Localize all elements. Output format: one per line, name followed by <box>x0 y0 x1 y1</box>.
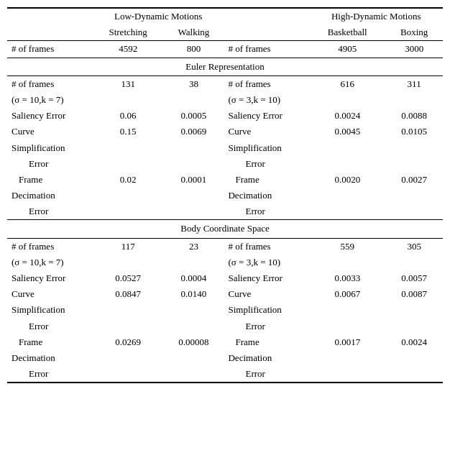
euler-simp-b <box>309 140 385 156</box>
basketball-header: Basketball <box>309 24 385 41</box>
high-dynamic-header: High-Dynamic Motions <box>309 8 443 24</box>
body-frame-w: 0.00008 <box>163 334 224 350</box>
main-table-container: Low-Dynamic Motions High-Dynamic Motions… <box>7 7 443 383</box>
frames-label-2: # of frames <box>224 41 309 58</box>
body-saliency-label: Saliency Error <box>7 270 93 286</box>
body-saliency-row: Saliency Error 0.0527 0.0004 Saliency Er… <box>7 270 443 286</box>
body-high-params: (σ = 3,k = 10) <box>224 255 309 270</box>
euler-saliency-label: Saliency Error <box>7 108 93 124</box>
euler-frames-row: # of frames 131 38 # of frames 616 311 <box>7 75 443 92</box>
body-error-row: Error Error <box>7 319 443 334</box>
body-frame-row: Frame 0.0269 0.00008 Frame 0.0017 0.0024 <box>7 334 443 350</box>
high-boxing-frames: 3000 <box>385 41 443 58</box>
euler-error-row: Error Error <box>7 156 443 172</box>
body-decimation-label: Decimation <box>7 350 93 366</box>
euler-saliency-row: Saliency Error 0.06 0.0005 Saliency Erro… <box>7 108 443 124</box>
body-frames-label: # of frames <box>7 238 93 255</box>
body-derr-bx <box>385 366 443 383</box>
euler-saliency-b: 0.0024 <box>309 108 385 124</box>
body-curve-label: Curve <box>7 286 93 302</box>
body-dec-bx <box>385 350 443 366</box>
euler-simplification-label2: Simplification <box>224 140 309 156</box>
body-saliency-s: 0.0527 <box>93 270 164 286</box>
body-simp-b <box>309 302 385 318</box>
body-frame-bx: 0.0024 <box>385 334 443 350</box>
euler-frame-bx: 0.0027 <box>385 172 443 188</box>
euler-simp-s <box>93 140 164 156</box>
euler-dec-bx <box>385 188 443 203</box>
body-curve-bx: 0.0087 <box>385 286 443 302</box>
euler-curve-w: 0.0069 <box>163 124 224 139</box>
body-dec-b <box>309 350 385 366</box>
euler-derr-label2: Error <box>224 203 309 220</box>
body-params-b <box>309 255 385 270</box>
euler-decimation-row: Decimation Decimation <box>7 188 443 203</box>
euler-low-params-w <box>163 92 224 108</box>
low-dynamic-header: Low-Dynamic Motions <box>93 8 224 24</box>
body-simplification-label2: Simplification <box>224 302 309 318</box>
euler-frame-w: 0.0001 <box>163 172 224 188</box>
frames-row: # of frames 4592 800 # of frames 4905 30… <box>7 41 443 58</box>
euler-curve-bx: 0.0105 <box>385 124 443 139</box>
euler-dec-s <box>93 188 164 203</box>
sub-header-row: Stretching Walking Basketball Boxing <box>7 24 443 41</box>
high-basketball-frames: 4905 <box>309 41 385 58</box>
body-err-s <box>93 319 164 334</box>
euler-derr-w <box>163 203 224 220</box>
euler-saliency-bx: 0.0088 <box>385 108 443 124</box>
body-low-w-frames: 23 <box>163 238 224 255</box>
euler-dec-b <box>309 188 385 203</box>
euler-curve-b: 0.0045 <box>309 124 385 139</box>
body-final-error-row: Error Error <box>7 366 443 383</box>
body-frames-row: # of frames 117 23 # of frames 559 305 <box>7 238 443 255</box>
body-decimation-row: Decimation Decimation <box>7 350 443 366</box>
body-curve-row: Curve 0.0847 0.0140 Curve 0.0067 0.0087 <box>7 286 443 302</box>
euler-error-label: Error <box>7 156 93 172</box>
euler-simp-w <box>163 140 224 156</box>
euler-low-params-s <box>93 92 164 108</box>
body-simp-bx <box>385 302 443 318</box>
body-params-row: (σ = 10,k = 7) (σ = 3,k = 10) <box>7 255 443 270</box>
euler-frame-label2: Frame <box>224 172 309 188</box>
euler-curve-s: 0.15 <box>93 124 164 139</box>
euler-simp-bx <box>385 140 443 156</box>
body-curve-s: 0.0847 <box>93 286 164 302</box>
body-frame-label: Frame <box>7 334 93 350</box>
euler-high-b-frames: 616 <box>309 75 385 92</box>
body-decimation-label2: Decimation <box>224 350 309 366</box>
euler-low-params: (σ = 10,k = 7) <box>7 92 93 108</box>
euler-low-w-frames: 38 <box>163 75 224 92</box>
low-stretching-frames: 4592 <box>93 41 164 58</box>
euler-params-row: (σ = 10,k = 7) (σ = 3,k = 10) <box>7 92 443 108</box>
euler-derr-label: Error <box>7 203 93 220</box>
euler-simplification-label: Simplification <box>7 140 93 156</box>
body-derr-b <box>309 366 385 383</box>
body-curve-b: 0.0067 <box>309 286 385 302</box>
euler-high-params-bx <box>385 92 443 108</box>
body-saliency-w: 0.0004 <box>163 270 224 286</box>
frames-label-1: # of frames <box>7 41 93 58</box>
euler-dec-w <box>163 188 224 203</box>
euler-derr-b <box>309 203 385 220</box>
body-high-b-frames: 559 <box>309 238 385 255</box>
euler-frames-label: # of frames <box>7 75 93 92</box>
empty-cell-1 <box>7 8 93 24</box>
body-derr-s <box>93 366 164 383</box>
empty-th-1 <box>7 24 93 41</box>
euler-err-bx <box>385 156 443 172</box>
low-walking-frames: 800 <box>163 41 224 58</box>
empty-cell-2 <box>224 8 309 24</box>
body-simp-w <box>163 302 224 318</box>
euler-saliency-s: 0.06 <box>93 108 164 124</box>
data-table: Low-Dynamic Motions High-Dynamic Motions… <box>7 7 443 383</box>
euler-saliency-label2: Saliency Error <box>224 108 309 124</box>
body-derr-label2: Error <box>224 366 309 383</box>
euler-curve-label2: Curve <box>224 124 309 139</box>
euler-simplification-row: Simplification Simplification <box>7 140 443 156</box>
body-frame-b: 0.0017 <box>309 334 385 350</box>
empty-th-2 <box>224 24 309 41</box>
boxing-header: Boxing <box>385 24 443 41</box>
euler-derr-bx <box>385 203 443 220</box>
euler-frame-b: 0.0020 <box>309 172 385 188</box>
body-curve-w: 0.0140 <box>163 286 224 302</box>
